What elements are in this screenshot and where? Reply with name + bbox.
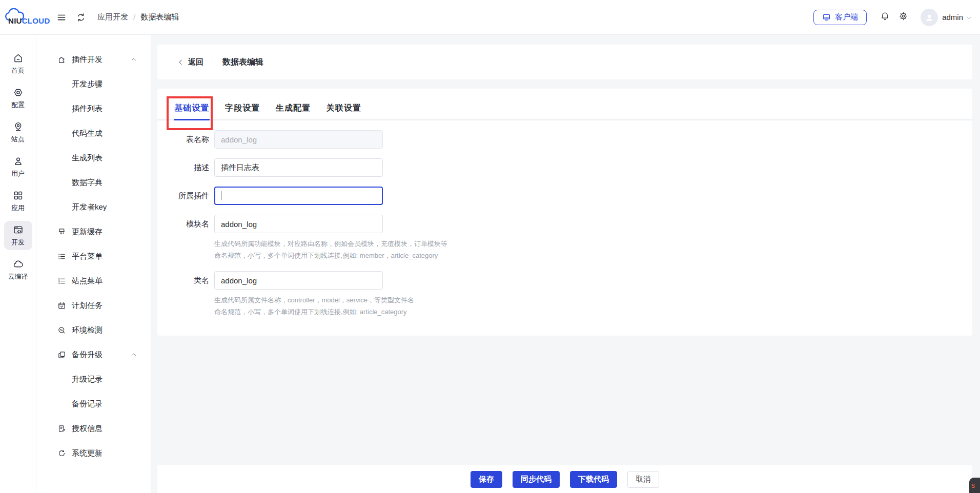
class-name-input[interactable] xyxy=(214,271,383,290)
sidebar-item-dev-steps[interactable]: 开发步骤 xyxy=(36,72,151,96)
person-icon xyxy=(924,12,935,23)
form-row-module-name: 模块名 生成代码所属功能模块，对应路由名称，例如会员模块，充值模块，订单模块等 … xyxy=(157,215,972,261)
sidebar-item-label: 生成列表 xyxy=(72,153,103,163)
tab-relation-settings[interactable]: 关联设置 xyxy=(326,103,361,120)
form-row-owner-plugin: 所属插件 xyxy=(157,187,972,205)
sidebar-item-backup-records[interactable]: 备份记录 xyxy=(36,392,151,416)
corner-badge-text: s xyxy=(971,481,975,489)
footer-action-bar: 保存 同步代码 下载代码 取消 xyxy=(157,465,972,493)
tab-generate-config[interactable]: 生成配置 xyxy=(276,103,311,120)
apps-grid-icon xyxy=(13,190,24,201)
sidebar-item-label: 计划任务 xyxy=(72,301,103,311)
refresh-icon xyxy=(57,449,66,458)
rail-label: 用户 xyxy=(11,169,25,178)
breadcrumb-section[interactable]: 应用开发 xyxy=(97,12,128,22)
field-input-wrap: 生成代码所属功能模块，对应路由名称，例如会员模块，充值模块，订单模块等 命名规范… xyxy=(214,215,447,261)
document-pen-icon xyxy=(57,424,66,433)
notifications-button[interactable] xyxy=(880,11,890,23)
user-icon xyxy=(13,156,24,167)
chevron-up-icon xyxy=(130,56,137,63)
sidebar-item-label: 插件列表 xyxy=(72,104,103,114)
page-title: 数据表编辑 xyxy=(222,57,263,68)
icon-rail: 首页 配置 站点 用户 应用 开发 云编译 xyxy=(0,35,36,493)
brush-icon xyxy=(57,228,66,236)
sidebar-item-label: 平台菜单 xyxy=(72,252,103,261)
header-right: 客户端 admin xyxy=(813,9,980,26)
sidebar-item-system-update[interactable]: 系统更新 xyxy=(36,441,151,465)
sidebar-item-refresh-cache[interactable]: 更新缓存 xyxy=(36,219,151,244)
text-caret xyxy=(221,191,221,200)
tab-basic-settings[interactable]: 基础设置 xyxy=(174,103,210,120)
rail-item-apps[interactable]: 应用 xyxy=(4,187,32,216)
sidebar-item-plugin-list[interactable]: 插件列表 xyxy=(36,96,151,121)
rail-item-home[interactable]: 首页 xyxy=(4,49,32,78)
collapse-menu-icon[interactable] xyxy=(56,12,67,23)
niucloud-logo[interactable]: NIUCLOUD xyxy=(5,6,45,29)
field-label: 类名 xyxy=(157,271,209,318)
calendar-check-icon xyxy=(57,301,66,310)
username[interactable]: admin xyxy=(942,13,963,22)
sidebar-item-code-generate[interactable]: 代码生成 xyxy=(36,121,151,146)
settings-button[interactable] xyxy=(899,11,908,23)
rail-item-config[interactable]: 配置 xyxy=(4,84,32,113)
rail-item-dev[interactable]: 开发 xyxy=(4,221,32,250)
sidebar-item-label: 备份记录 xyxy=(72,399,103,409)
rail-item-cloud-compile[interactable]: 云编译 xyxy=(4,255,32,284)
sidebar-item-developer-key[interactable]: 开发者key xyxy=(36,195,151,219)
sidebar-item-env-check[interactable]: 环境检测 xyxy=(36,318,151,342)
sidebar-item-label: 备份升级 xyxy=(72,350,103,360)
location-pin-icon xyxy=(13,121,24,132)
description-input[interactable] xyxy=(214,158,383,177)
title-divider xyxy=(213,57,213,67)
client-button[interactable]: 客户端 xyxy=(813,10,867,25)
back-label: 返回 xyxy=(188,57,203,67)
refresh-page-icon[interactable] xyxy=(76,12,86,23)
sidebar-item-label: 系统更新 xyxy=(72,448,103,458)
client-button-label: 客户端 xyxy=(835,12,858,22)
field-input-wrap: 生成代码所属文件名称，controller，model，service，等类型文… xyxy=(214,271,414,318)
sidebar-item-upgrade-records[interactable]: 升级记录 xyxy=(36,367,151,392)
avatar[interactable] xyxy=(921,9,938,26)
chevron-left-icon xyxy=(177,58,185,66)
sidebar-item-label: 升级记录 xyxy=(72,375,103,384)
sidebar-item-site-menu[interactable]: 站点菜单 xyxy=(36,269,151,293)
list-icon xyxy=(57,252,66,261)
field-label: 模块名 xyxy=(157,215,209,261)
sync-code-button[interactable]: 同步代码 xyxy=(513,471,560,488)
tab-bar: 基础设置 字段设置 生成配置 关联设置 xyxy=(157,89,972,120)
cancel-button[interactable]: 取消 xyxy=(627,471,659,488)
sidebar-item-scheduled-tasks[interactable]: 计划任务 xyxy=(36,293,151,318)
field-help-text: 生成代码所属功能模块，对应路由名称，例如会员模块，充值模块，订单模块等 xyxy=(214,238,447,250)
page-header-card: 返回 数据表编辑 xyxy=(157,45,972,79)
rail-item-user[interactable]: 用户 xyxy=(4,152,32,181)
rail-label: 开发 xyxy=(11,238,25,247)
back-button[interactable]: 返回 xyxy=(177,57,203,67)
sidebar-item-label: 开发步骤 xyxy=(72,79,103,89)
bell-icon xyxy=(880,11,890,21)
form-row-table-name: 表名称 xyxy=(157,130,972,149)
download-code-button[interactable]: 下载代码 xyxy=(570,471,617,488)
owner-plugin-input[interactable] xyxy=(214,187,383,205)
rail-label: 云编译 xyxy=(8,272,28,281)
module-name-input[interactable] xyxy=(214,215,383,233)
sidebar-item-platform-menu[interactable]: 平台菜单 xyxy=(36,244,151,269)
cloud-icon xyxy=(13,259,24,270)
table-name-input[interactable] xyxy=(214,130,383,149)
sidebar-item-data-dictionary[interactable]: 数据字典 xyxy=(36,170,151,195)
sidebar-item-generate-list[interactable]: 生成列表 xyxy=(36,146,151,170)
tab-field-settings[interactable]: 字段设置 xyxy=(225,103,260,120)
chevron-down-icon[interactable] xyxy=(965,14,973,22)
sidebar-item-label: 授权信息 xyxy=(72,424,103,434)
field-input-wrap xyxy=(214,130,383,149)
form-card: 基础设置 字段设置 生成配置 关联设置 表名称 描述 所属插件 xyxy=(157,89,972,336)
plugin-icon xyxy=(57,55,66,64)
sidebar-item-license-info[interactable]: 授权信息 xyxy=(36,416,151,441)
sidebar-group-plugin-dev[interactable]: 插件开发 xyxy=(36,47,151,72)
gear-icon xyxy=(899,11,908,21)
breadcrumb-current: 数据表编辑 xyxy=(140,12,179,22)
sidebar-group-backup-upgrade[interactable]: 备份升级 xyxy=(36,342,151,367)
save-button[interactable]: 保存 xyxy=(471,471,502,488)
logo-niu: NIU xyxy=(8,16,22,25)
rail-item-site[interactable]: 站点 xyxy=(4,118,32,147)
logo-text: NIUCLOUD xyxy=(8,16,50,25)
